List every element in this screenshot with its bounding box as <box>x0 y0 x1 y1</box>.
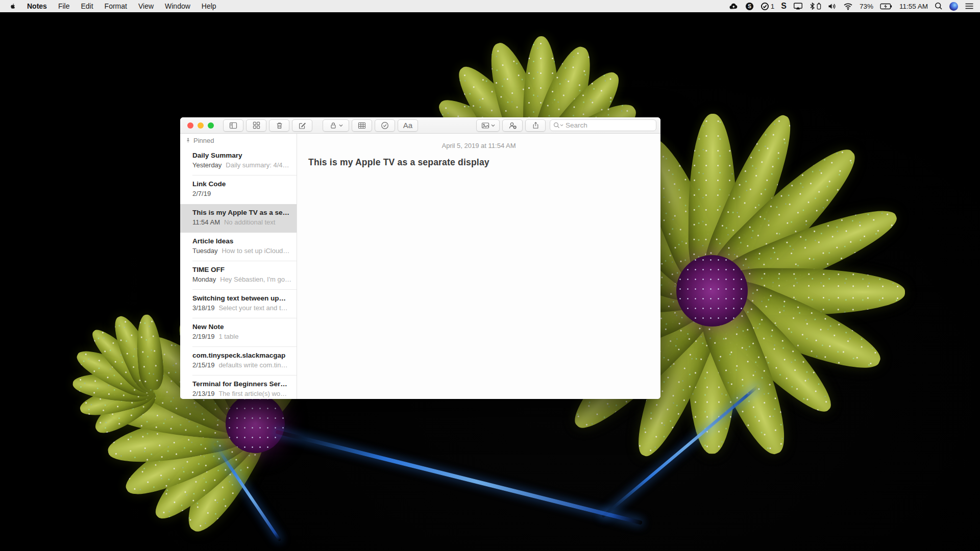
note-item-preview: Hey Sébastien, I'm go… <box>220 276 291 283</box>
wallpaper-flower-center <box>676 255 748 327</box>
menu-help[interactable]: Help <box>196 0 222 12</box>
search-field[interactable] <box>550 119 656 131</box>
insert-table-button[interactable] <box>352 119 372 132</box>
note-list-item[interactable]: com.tinyspeck.slackmacgap 2/15/19default… <box>180 347 297 375</box>
note-item-date: 11:54 AM <box>192 218 220 226</box>
note-item-date: 2/15/19 <box>192 361 214 369</box>
battery-percent: 73% <box>860 3 873 10</box>
note-list-item[interactable]: Link Code 2/7/19 <box>180 176 297 204</box>
note-editor[interactable]: April 5, 2019 at 11:54 AM This is my App… <box>297 134 660 399</box>
note-list-item[interactable]: Daily Summary YesterdayDaily summary: 4/… <box>180 147 297 176</box>
checklist-icon <box>381 121 389 130</box>
pin-icon <box>185 137 191 144</box>
menu-bar-status: S 1 S 73% 11:55 AM <box>729 2 974 11</box>
airplay-icon[interactable] <box>793 2 803 10</box>
note-item-preview: Daily summary: 4/4… <box>226 161 289 169</box>
note-item-date: 2/19/19 <box>192 333 214 340</box>
skype-icon[interactable]: S <box>745 2 754 11</box>
note-item-preview: 1 table <box>218 333 238 340</box>
lock-icon <box>329 121 337 130</box>
pinned-section-header: Pinned <box>180 134 297 147</box>
note-list-item[interactable]: Article Ideas TuesdayHow to set up iClou… <box>180 233 297 261</box>
menu-edit[interactable]: Edit <box>75 0 99 12</box>
close-button[interactable] <box>187 122 193 129</box>
action-button-group <box>476 119 546 132</box>
menu-bar: Notes File Edit Format View Window Help … <box>0 0 980 12</box>
note-item-preview: The first article(s) wo… <box>218 390 287 397</box>
view-button-group: Aa <box>223 119 418 132</box>
traffic-lights <box>187 122 214 129</box>
search-icon <box>553 122 560 129</box>
window-toolbar: Aa <box>180 117 660 134</box>
note-item-preview: defaults write com.tin… <box>218 361 287 369</box>
window-body: Pinned Daily Summary YesterdayDaily summ… <box>180 134 660 399</box>
note-item-subline: 2/15/19defaults write com.tin… <box>192 361 292 369</box>
note-item-title: New Note <box>192 323 292 331</box>
menu-bar-clock[interactable]: 11:55 AM <box>899 3 928 10</box>
menu-file[interactable]: File <box>53 0 76 12</box>
apple-logo-icon <box>9 2 16 10</box>
menu-format[interactable]: Format <box>99 0 133 12</box>
wifi-icon[interactable] <box>843 3 853 10</box>
format-button[interactable]: Aa <box>398 119 418 132</box>
note-timestamp: April 5, 2019 at 11:54 AM <box>297 142 660 149</box>
menu-bar-left: Notes File Edit Format View Window Help <box>6 0 222 12</box>
delete-note-button[interactable] <box>269 119 289 132</box>
grid-view-button[interactable] <box>246 119 266 132</box>
list-view-button[interactable] <box>223 119 243 132</box>
cloud-sync-icon[interactable] <box>729 2 739 10</box>
note-item-subline: 2/13/19The first article(s) wo… <box>192 390 292 397</box>
chevron-down-icon <box>491 124 495 127</box>
battery-charging-icon[interactable] <box>880 3 893 10</box>
apple-menu[interactable] <box>6 2 21 10</box>
stay-app-icon[interactable]: S <box>781 2 787 11</box>
search-scope-chevron-icon <box>560 124 564 127</box>
share-button[interactable] <box>525 119 546 132</box>
minimize-button[interactable] <box>198 122 204 129</box>
note-item-date: 3/18/19 <box>192 304 214 312</box>
note-item-title: This is my Apple TV as a se… <box>192 209 292 216</box>
note-item-date: 2/7/19 <box>192 190 211 197</box>
compose-icon <box>298 121 306 130</box>
notes-list: Daily Summary YesterdayDaily summary: 4/… <box>180 147 297 399</box>
media-browser-button[interactable] <box>476 119 500 132</box>
note-list-item[interactable]: Terminal for Beginners Ser… 2/13/19The f… <box>180 375 297 399</box>
bluetooth-icon[interactable] <box>810 2 821 10</box>
share-icon <box>532 121 540 130</box>
menu-view[interactable]: View <box>133 0 159 12</box>
add-people-button[interactable] <box>502 119 523 132</box>
search-input[interactable] <box>566 121 642 129</box>
spotlight-icon[interactable] <box>935 2 943 10</box>
grid-icon <box>253 121 260 129</box>
volume-icon[interactable] <box>828 3 837 10</box>
note-item-date: 2/13/19 <box>192 390 214 397</box>
note-list-item[interactable]: This is my Apple TV as a se… 11:54 AMNo … <box>180 204 297 233</box>
note-item-title: Article Ideas <box>192 237 292 245</box>
table-icon <box>358 121 366 130</box>
checklist-button[interactable] <box>375 119 395 132</box>
lock-note-button[interactable] <box>323 119 349 132</box>
zoom-button[interactable] <box>208 122 214 129</box>
notes-window: Aa <box>180 117 660 399</box>
note-item-title: Switching text between up… <box>192 294 292 302</box>
note-list-item[interactable]: TIME OFF MondayHey Sébastien, I'm go… <box>180 261 297 290</box>
note-item-date: Monday <box>192 276 216 283</box>
note-list-item[interactable]: Switching text between up… 3/18/19Select… <box>180 290 297 318</box>
siri-icon[interactable] <box>949 2 958 11</box>
notification-center-icon[interactable] <box>965 3 974 10</box>
note-item-preview: No additional text <box>224 218 275 226</box>
menu-notes[interactable]: Notes <box>21 0 53 12</box>
note-item-subline: MondayHey Sébastien, I'm go… <box>192 276 292 283</box>
task-badge-count: 1 <box>771 3 775 10</box>
menu-window[interactable]: Window <box>159 0 196 12</box>
new-note-button[interactable] <box>292 119 312 132</box>
note-item-date: Yesterday <box>192 161 222 169</box>
note-list-item[interactable]: New Note 2/19/191 table <box>180 318 297 347</box>
note-item-subline: 2/19/191 table <box>192 333 292 340</box>
sidebar-icon <box>229 121 237 130</box>
chevron-down-icon <box>339 124 343 127</box>
task-complete-icon[interactable]: 1 <box>761 2 775 11</box>
note-item-date: Tuesday <box>192 247 217 255</box>
note-item-preview: How to set up iCloud… <box>222 247 289 255</box>
note-item-title: Terminal for Beginners Ser… <box>192 380 292 388</box>
